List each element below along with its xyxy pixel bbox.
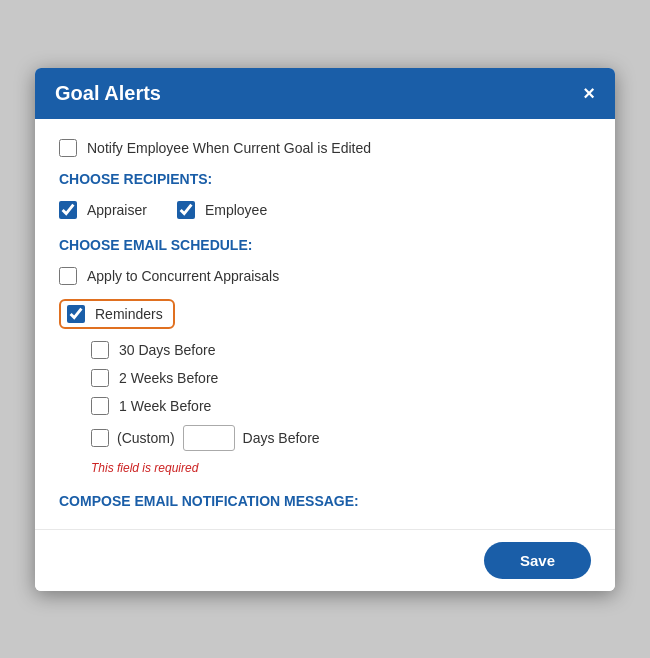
email-schedule-section: CHOOSE EMAIL SCHEDULE: Apply to Concurre… bbox=[59, 237, 591, 475]
recipients-section: CHOOSE RECIPIENTS: Appraiser Employee bbox=[59, 171, 591, 219]
dialog-title: Goal Alerts bbox=[55, 82, 161, 105]
one-week-label: 1 Week Before bbox=[119, 398, 211, 414]
one-week-row: 1 Week Before bbox=[91, 397, 591, 415]
dialog-header: Goal Alerts × bbox=[35, 68, 615, 119]
goal-alerts-dialog: Goal Alerts × Notify Employee When Curre… bbox=[35, 68, 615, 591]
notify-employee-checkbox[interactable] bbox=[59, 139, 77, 157]
employee-label: Employee bbox=[205, 202, 267, 218]
concurrent-row: Apply to Concurrent Appraisals bbox=[59, 267, 591, 285]
concurrent-label: Apply to Concurrent Appraisals bbox=[87, 268, 279, 284]
two-weeks-checkbox[interactable] bbox=[91, 369, 109, 387]
custom-checkbox[interactable] bbox=[91, 429, 109, 447]
recipients-heading: CHOOSE RECIPIENTS: bbox=[59, 171, 591, 187]
days-before-label: Days Before bbox=[243, 430, 320, 446]
reminders-suboptions: 30 Days Before 2 Weeks Before 1 Week Bef… bbox=[91, 341, 591, 451]
thirty-days-label: 30 Days Before bbox=[119, 342, 216, 358]
notify-employee-label: Notify Employee When Current Goal is Edi… bbox=[87, 140, 371, 156]
thirty-days-checkbox[interactable] bbox=[91, 341, 109, 359]
compose-heading: COMPOSE EMAIL NOTIFICATION MESSAGE: bbox=[59, 493, 591, 509]
two-weeks-label: 2 Weeks Before bbox=[119, 370, 218, 386]
save-button[interactable]: Save bbox=[484, 542, 591, 579]
email-schedule-heading: CHOOSE EMAIL SCHEDULE: bbox=[59, 237, 591, 253]
two-weeks-row: 2 Weeks Before bbox=[91, 369, 591, 387]
thirty-days-row: 30 Days Before bbox=[91, 341, 591, 359]
appraiser-row: Appraiser Employee bbox=[59, 201, 591, 219]
notify-employee-row: Notify Employee When Current Goal is Edi… bbox=[59, 139, 591, 157]
reminders-highlight-box: Reminders bbox=[59, 299, 175, 329]
appraiser-checkbox[interactable] bbox=[59, 201, 77, 219]
reminders-label: Reminders bbox=[95, 306, 163, 322]
error-message: This field is required bbox=[91, 461, 591, 475]
dialog-body: Notify Employee When Current Goal is Edi… bbox=[35, 119, 615, 529]
concurrent-checkbox[interactable] bbox=[59, 267, 77, 285]
employee-checkbox[interactable] bbox=[177, 201, 195, 219]
close-button[interactable]: × bbox=[583, 83, 595, 103]
custom-days-input[interactable] bbox=[183, 425, 235, 451]
one-week-checkbox[interactable] bbox=[91, 397, 109, 415]
custom-row: (Custom) Days Before bbox=[91, 425, 591, 451]
appraiser-label: Appraiser bbox=[87, 202, 147, 218]
dialog-footer: Save bbox=[35, 529, 615, 591]
custom-label: (Custom) bbox=[117, 430, 175, 446]
reminders-checkbox[interactable] bbox=[67, 305, 85, 323]
